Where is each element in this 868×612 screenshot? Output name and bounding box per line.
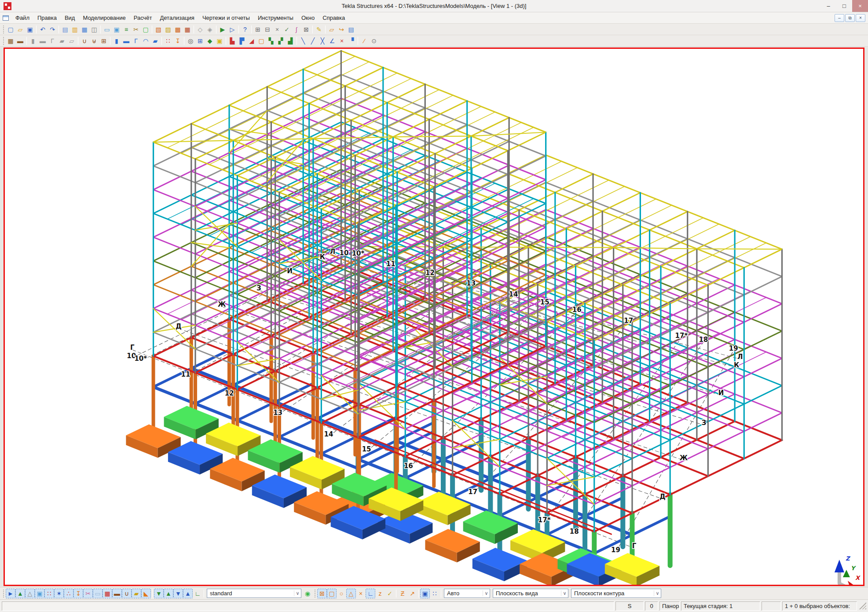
snap-direction-switch[interactable]: ↗ bbox=[407, 589, 417, 598]
save-model-button[interactable]: ▣ bbox=[25, 25, 35, 34]
macro-play-button[interactable]: ▶ bbox=[218, 25, 227, 34]
clash-check-button[interactable]: ⊙ bbox=[369, 36, 379, 46]
components-button[interactable]: ◆ bbox=[205, 36, 215, 46]
anchor-button[interactable]: ↧ bbox=[173, 36, 183, 46]
profile-catalog-button[interactable]: ▧ bbox=[154, 25, 163, 34]
folder-open-button[interactable]: ▱ bbox=[327, 25, 337, 34]
menu-help[interactable]: Справка bbox=[319, 13, 349, 23]
select-plates-switch[interactable]: ▭ bbox=[93, 589, 103, 598]
maximize-button[interactable]: □ bbox=[836, 0, 852, 12]
curve-button[interactable]: ∫ bbox=[292, 25, 301, 34]
redo-button[interactable]: ↷ bbox=[48, 25, 57, 34]
undo-button[interactable]: ↶ bbox=[38, 25, 48, 34]
bent-plate-button[interactable]: ∪ bbox=[80, 36, 89, 46]
select-components-switch[interactable]: ▦ bbox=[103, 589, 112, 598]
copy-object-button[interactable]: ▚ bbox=[266, 36, 276, 46]
menu-file[interactable]: Файл bbox=[11, 13, 33, 23]
menu-view[interactable]: Вид bbox=[61, 13, 79, 23]
snap-z-switch[interactable]: Ƶ bbox=[398, 589, 407, 598]
select-bolts-switch[interactable]: ↧ bbox=[73, 589, 83, 598]
grid-button[interactable]: ⊞ bbox=[195, 36, 205, 46]
open-model-button[interactable]: ▱ bbox=[15, 25, 25, 34]
steel-plate-button[interactable]: ▰ bbox=[150, 36, 160, 46]
point-line-button[interactable]: ╲ bbox=[298, 36, 308, 46]
folder-export-button[interactable]: ↪ bbox=[337, 25, 346, 34]
bolts-button[interactable]: ∷ bbox=[163, 36, 173, 46]
snap-nearest-switch[interactable]: ○ bbox=[337, 589, 346, 598]
select-beams-switch[interactable]: ▬ bbox=[112, 589, 122, 598]
pad-footing-button[interactable]: ▦ bbox=[6, 36, 15, 46]
snap-geometry-switch[interactable]: ▢ bbox=[327, 589, 337, 598]
close-button[interactable]: × bbox=[852, 0, 868, 12]
selection-filter-combo[interactable]: standard∨ bbox=[207, 589, 301, 598]
select-assembly-up-switch[interactable]: ▲ bbox=[164, 589, 173, 598]
point-corner-button[interactable]: ▝ bbox=[347, 36, 356, 46]
snap-grid-points-switch[interactable]: ∷ bbox=[430, 589, 439, 598]
menu-edit[interactable]: Правка bbox=[33, 13, 61, 23]
strip-footing-button[interactable]: ▬ bbox=[15, 36, 25, 46]
view-area-button[interactable]: ◢ bbox=[247, 36, 256, 46]
rebar-button[interactable]: ⊎ bbox=[89, 36, 99, 46]
mesh-button[interactable]: ⊞ bbox=[99, 36, 109, 46]
mdi-close-button[interactable]: × bbox=[856, 14, 865, 22]
rotation-combo[interactable]: Плоскости контура∨ bbox=[571, 589, 661, 598]
macro-edit-button[interactable]: ▷ bbox=[227, 25, 237, 34]
snap-ortho-switch[interactable]: ▣ bbox=[420, 589, 430, 598]
binoculars-button[interactable]: ◎ bbox=[186, 36, 195, 46]
steel-beam-button[interactable]: ▬ bbox=[121, 36, 131, 46]
paste-button[interactable]: ▥ bbox=[70, 25, 80, 34]
select-object-down-switch[interactable]: ▼ bbox=[173, 589, 183, 598]
resize-grip[interactable] bbox=[859, 602, 866, 609]
material-box-button[interactable]: ▣ bbox=[215, 36, 224, 46]
select-box-button[interactable]: ▢ bbox=[256, 36, 266, 46]
select-area-button[interactable]: ▢ bbox=[141, 25, 150, 34]
snap-perpendicular-switch[interactable]: △ bbox=[346, 589, 356, 598]
select-surfaces-switch[interactable]: ✶ bbox=[54, 589, 64, 598]
select-channels-switch[interactable]: ∪ bbox=[122, 589, 132, 598]
copy-properties-button[interactable]: ▦ bbox=[80, 25, 89, 34]
new-model-button[interactable]: ▢ bbox=[6, 25, 15, 34]
pen-button[interactable]: ✎ bbox=[314, 25, 324, 34]
snap-mid-switch[interactable]: z bbox=[375, 589, 385, 598]
minimize-button[interactable]: – bbox=[820, 0, 836, 12]
curved-beam-button[interactable]: ◠ bbox=[141, 36, 150, 46]
numbering-button[interactable]: ∕ bbox=[359, 36, 369, 46]
point-divide-button[interactable]: ╱ bbox=[308, 36, 318, 46]
menu-modeling[interactable]: Моделирование bbox=[79, 13, 129, 23]
concrete-beam-button[interactable]: ▬ bbox=[38, 36, 48, 46]
mdi-restore-button[interactable]: ⧉ bbox=[845, 14, 855, 22]
help-button[interactable]: ? bbox=[240, 25, 250, 34]
copy-button[interactable]: ▤ bbox=[60, 25, 70, 34]
concrete-panel-button[interactable]: ▱ bbox=[67, 36, 77, 46]
new-view-button[interactable]: ▭ bbox=[102, 25, 112, 34]
menu-detailing[interactable]: Детализация bbox=[156, 13, 198, 23]
component-catalog-button[interactable]: ▦ bbox=[183, 25, 192, 34]
point-delete-button[interactable]: × bbox=[337, 36, 347, 46]
view-tool-2-button[interactable]: ▛ bbox=[237, 36, 247, 46]
erase-button[interactable]: × bbox=[272, 25, 282, 34]
menu-window[interactable]: Окно bbox=[297, 13, 319, 23]
concrete-column-button[interactable]: ▮ bbox=[28, 36, 38, 46]
depth-combo[interactable]: Авто∨ bbox=[444, 589, 490, 598]
snap-check-switch[interactable]: ✓ bbox=[385, 589, 395, 598]
mirror-object-button[interactable]: ▟ bbox=[286, 36, 295, 46]
snap-x-switch[interactable]: × bbox=[356, 589, 366, 598]
select-grids-switch[interactable]: ▲ bbox=[15, 589, 25, 598]
select-roofs-switch[interactable]: ◣ bbox=[141, 589, 151, 598]
object-info-button[interactable]: ▤ bbox=[346, 25, 356, 34]
concrete-slab-button[interactable]: ▰ bbox=[57, 36, 67, 46]
view-list-button[interactable]: ▣ bbox=[112, 25, 121, 34]
fence-button[interactable]: ⊞ bbox=[253, 25, 263, 34]
select-single-switch[interactable]: ∟ bbox=[193, 589, 202, 598]
mdi-minimize-button[interactable]: – bbox=[835, 14, 844, 22]
steel-column-button[interactable]: ▮ bbox=[112, 36, 121, 46]
material-catalog-button[interactable]: ▨ bbox=[163, 25, 173, 34]
snap-diamond-2-button[interactable]: ◈ bbox=[205, 25, 215, 34]
select-object-up-switch[interactable]: ▲ bbox=[183, 589, 193, 598]
work-plane-combo[interactable]: Плоскость вида∨ bbox=[493, 589, 568, 598]
menu-drawings-reports[interactable]: Чертежи и отчеты bbox=[198, 13, 254, 23]
move-object-button[interactable]: ▞ bbox=[276, 36, 286, 46]
bolt-catalog-button[interactable]: ▩ bbox=[173, 25, 183, 34]
point-intersect-button[interactable]: ╳ bbox=[318, 36, 327, 46]
select-parts-switch[interactable]: ∷ bbox=[44, 589, 54, 598]
